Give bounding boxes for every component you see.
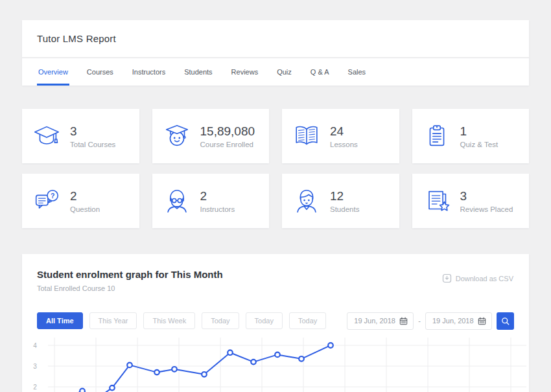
instructor-icon (162, 186, 192, 216)
filter-this-week[interactable]: This Week (143, 312, 195, 329)
stat-value: 15,89,080 (200, 124, 255, 139)
stat-label: Course Enrolled (200, 141, 255, 148)
report-tab-bar: Overview Courses Instructors Students Re… (22, 58, 529, 86)
stats-grid: 3 Total Courses 15,89,080 Course Enrolle… (22, 109, 529, 228)
search-icon (500, 316, 510, 326)
date-to-field[interactable] (425, 312, 492, 330)
tab-qa[interactable]: Q & A (309, 58, 331, 86)
stat-value: 1 (460, 124, 498, 139)
report-header-card: Tutor LMS Report Overview Courses Instru… (22, 20, 529, 86)
graduation-cap-icon (32, 121, 62, 151)
stat-label: Question (70, 205, 100, 213)
svg-text:4: 4 (33, 342, 37, 349)
graph-subtitle: Total Enrolled Course 10 (37, 284, 514, 293)
date-separator: - (418, 317, 421, 325)
question-bubble-icon: ? (32, 186, 62, 216)
stat-label: Students (330, 205, 359, 213)
stat-value: 12 (330, 189, 359, 203)
stat-value: 2 (70, 189, 100, 203)
enrolment-line-chart: 432 (22, 334, 529, 392)
tab-students[interactable]: Students (183, 58, 213, 86)
svg-text:3: 3 (33, 363, 37, 370)
stat-card-total-courses: 3 Total Courses (22, 109, 139, 163)
stat-card-instructors: 2 Instructors (152, 174, 270, 228)
student-icon (292, 186, 322, 216)
stat-label: Lessons (330, 141, 358, 148)
stat-value: 3 (460, 189, 513, 203)
search-button[interactable] (497, 312, 514, 330)
dashboard-page: Tutor LMS Report Overview Courses Instru… (0, 0, 551, 392)
date-range-group: - (347, 312, 514, 330)
review-star-icon (422, 186, 452, 216)
stat-label: Quiz & Test (460, 141, 498, 148)
clipboard-icon (422, 121, 452, 151)
tab-reviews[interactable]: Reviews (230, 58, 260, 86)
filter-today-1[interactable]: Today (202, 312, 239, 329)
date-from-field[interactable] (347, 312, 414, 330)
stat-label: Instructors (200, 205, 235, 213)
date-to-input[interactable] (432, 317, 478, 325)
tab-quiz[interactable]: Quiz (276, 58, 293, 86)
stat-label: Reviews Placed (460, 205, 513, 213)
line-chart-svg: 432 (22, 334, 529, 392)
open-book-icon (292, 121, 322, 151)
stat-card-students: 12 Students (282, 174, 399, 228)
chart-filter-row: All Time This Year This Week Today Today… (22, 312, 529, 329)
filter-this-year[interactable]: This Year (89, 312, 137, 329)
stat-card-reviews-placed: 3 Reviews Placed (412, 174, 530, 228)
stat-card-question: ? 2 Question (22, 174, 139, 228)
svg-text:?: ? (51, 192, 54, 200)
svg-text:2: 2 (33, 384, 37, 391)
tab-overview[interactable]: Overview (37, 58, 69, 86)
date-from-input[interactable] (354, 317, 399, 325)
tab-sales[interactable]: Sales (347, 58, 368, 86)
page-title: Tutor LMS Report (37, 33, 116, 44)
calendar-icon[interactable] (399, 317, 408, 325)
stat-card-lessons: 24 Lessons (282, 109, 399, 163)
tab-courses[interactable]: Courses (86, 58, 115, 86)
download-icon (442, 273, 452, 283)
filter-today-2[interactable]: Today (246, 312, 283, 329)
enrolment-graph-card: Student enrolment graph for This Month T… (22, 254, 529, 392)
filter-all-time[interactable]: All Time (37, 312, 83, 329)
filter-today-3[interactable]: Today (289, 312, 326, 329)
download-label: Download as CSV (456, 275, 513, 282)
calendar-icon[interactable] (478, 317, 486, 325)
download-csv-button[interactable]: Download as CSV (442, 273, 513, 283)
stat-value: 24 (330, 124, 358, 139)
stat-value: 2 (200, 189, 235, 203)
stat-label: Total Courses (70, 141, 115, 148)
stat-card-quiz-test: 1 Quiz & Test (412, 109, 530, 163)
tab-instructors[interactable]: Instructors (131, 58, 167, 86)
stat-card-course-enrolled: 15,89,080 Course Enrolled (152, 109, 270, 163)
title-section: Tutor LMS Report (22, 20, 529, 57)
stat-value: 3 (70, 124, 115, 139)
graduate-student-icon (162, 121, 192, 151)
